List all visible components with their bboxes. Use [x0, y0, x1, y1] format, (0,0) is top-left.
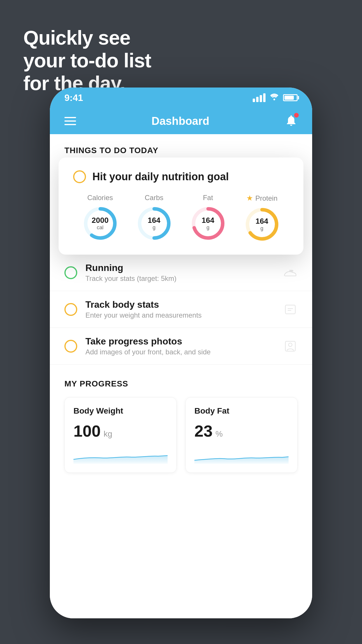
- status-time: 9:41: [64, 92, 83, 103]
- fat-donut: 164 g: [191, 206, 226, 241]
- body-fat-unit: %: [215, 429, 223, 439]
- protein-unit: g: [256, 225, 268, 232]
- todo-item-running[interactable]: Running Track your stats (target: 5km): [50, 254, 312, 291]
- protein-value: 164: [256, 217, 268, 225]
- star-icon: ★: [246, 194, 253, 203]
- phone-shell: 9:41 Dashb: [50, 88, 312, 618]
- photos-text: Take progress photos Add images of your …: [85, 336, 275, 356]
- protein-donut: 164 g: [245, 207, 280, 242]
- card-title: Hit your daily nutrition goal: [92, 171, 229, 183]
- wifi-icon: [270, 93, 279, 103]
- nutrition-fat: Fat 164 g: [191, 194, 226, 241]
- body-weight-title: Body Weight: [73, 406, 168, 416]
- body-weight-unit: kg: [103, 429, 112, 439]
- calories-donut: 2000 cal: [83, 206, 118, 241]
- body-fat-title: Body Fat: [194, 406, 289, 416]
- progress-title: MY PROGRESS: [64, 379, 298, 388]
- scale-icon: [283, 302, 298, 317]
- fat-value: 164: [202, 216, 214, 225]
- body-weight-card: Body Weight 100 kg: [64, 397, 177, 473]
- section-header: THINGS TO DO TODAY: [50, 134, 312, 161]
- body-fat-sparkline: [194, 449, 289, 464]
- photos-sub: Add images of your front, back, and side: [85, 348, 275, 356]
- calories-label: Calories: [87, 194, 113, 202]
- todo-list: Running Track your stats (target: 5km) T…: [50, 254, 312, 365]
- protein-label: Protein: [255, 194, 277, 202]
- body-stats-name: Track body stats: [85, 299, 275, 310]
- content-area: THINGS TO DO TODAY Hit your daily nutrit…: [50, 134, 312, 618]
- body-stats-sub: Enter your weight and measurements: [85, 311, 275, 319]
- todo-item-body-stats[interactable]: Track body stats Enter your weight and m…: [50, 291, 312, 328]
- progress-cards: Body Weight 100 kg: [64, 397, 298, 473]
- carbs-unit: g: [148, 225, 160, 231]
- nutrition-row: Calories 2000 cal Carbs: [73, 194, 289, 242]
- body-stats-radio[interactable]: [64, 303, 77, 316]
- running-text: Running Track your stats (target: 5km): [85, 262, 275, 283]
- status-bar: 9:41: [50, 88, 312, 108]
- notification-dot: [294, 113, 299, 118]
- fat-label: Fat: [203, 194, 213, 202]
- todo-item-photos[interactable]: Take progress photos Add images of your …: [50, 328, 312, 365]
- body-weight-value: 100: [73, 421, 101, 440]
- calories-unit: cal: [92, 225, 109, 231]
- carbs-label: Carbs: [145, 194, 163, 202]
- body-fat-card: Body Fat 23 %: [185, 397, 298, 473]
- progress-section: MY PROGRESS Body Weight 100 kg: [50, 365, 312, 482]
- status-icons: [253, 93, 298, 103]
- nutrition-protein: ★ Protein 164 g: [245, 194, 280, 242]
- running-sub: Track your stats (target: 5km): [85, 274, 275, 283]
- nav-bar: Dashboard: [50, 108, 312, 134]
- card-radio-button[interactable]: [73, 170, 86, 183]
- body-fat-value-row: 23 %: [194, 421, 289, 440]
- battery-icon: [283, 94, 298, 101]
- notification-bell[interactable]: [285, 114, 298, 128]
- body-weight-value-row: 100 kg: [73, 421, 168, 440]
- card-title-row: Hit your daily nutrition goal: [73, 170, 289, 183]
- signal-icon: [253, 93, 266, 102]
- nav-title: Dashboard: [152, 115, 209, 127]
- svg-point-0: [273, 99, 275, 100]
- nutrition-carbs: Carbs 164 g: [137, 194, 172, 241]
- protein-label-row: ★ Protein: [246, 194, 277, 203]
- photos-radio[interactable]: [64, 340, 77, 353]
- person-icon: [283, 339, 298, 354]
- calories-value: 2000: [92, 216, 109, 225]
- body-stats-text: Track body stats Enter your weight and m…: [85, 299, 275, 319]
- body-weight-sparkline: [73, 449, 168, 464]
- hero-text: Quickly see your to-do list for the day.: [23, 26, 151, 95]
- carbs-value: 164: [148, 216, 160, 225]
- hamburger-menu[interactable]: [64, 117, 76, 125]
- svg-rect-9: [285, 305, 295, 314]
- shoe-icon: [283, 265, 298, 280]
- fat-unit: g: [202, 225, 214, 231]
- running-radio[interactable]: [64, 266, 77, 279]
- nutrition-card: Hit your daily nutrition goal Calories 2…: [59, 158, 303, 255]
- carbs-donut: 164 g: [137, 206, 172, 241]
- photos-name: Take progress photos: [85, 336, 275, 347]
- svg-point-13: [289, 343, 292, 346]
- body-fat-value: 23: [194, 421, 212, 440]
- nutrition-calories: Calories 2000 cal: [83, 194, 118, 241]
- running-name: Running: [85, 262, 275, 273]
